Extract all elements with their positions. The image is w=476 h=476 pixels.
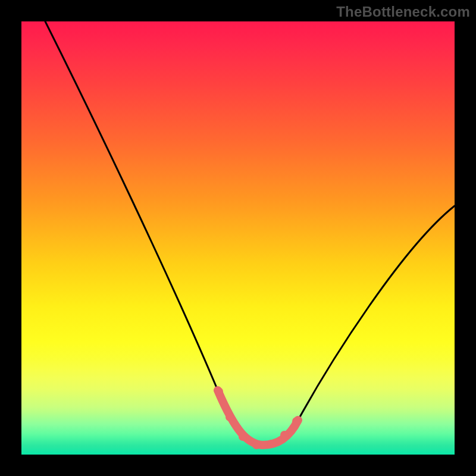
plot-area <box>21 21 455 455</box>
svg-point-3 <box>252 441 261 449</box>
svg-point-2 <box>239 433 247 441</box>
svg-point-4 <box>267 440 275 448</box>
watermark-text: TheBottleneck.com <box>336 4 470 20</box>
svg-point-5 <box>280 431 289 439</box>
svg-point-6 <box>292 417 300 425</box>
svg-point-1 <box>226 413 234 421</box>
bottleneck-curve <box>45 21 455 445</box>
curve-layer <box>21 21 455 455</box>
svg-point-0 <box>215 387 223 396</box>
chart-frame: TheBottleneck.com <box>0 0 476 476</box>
